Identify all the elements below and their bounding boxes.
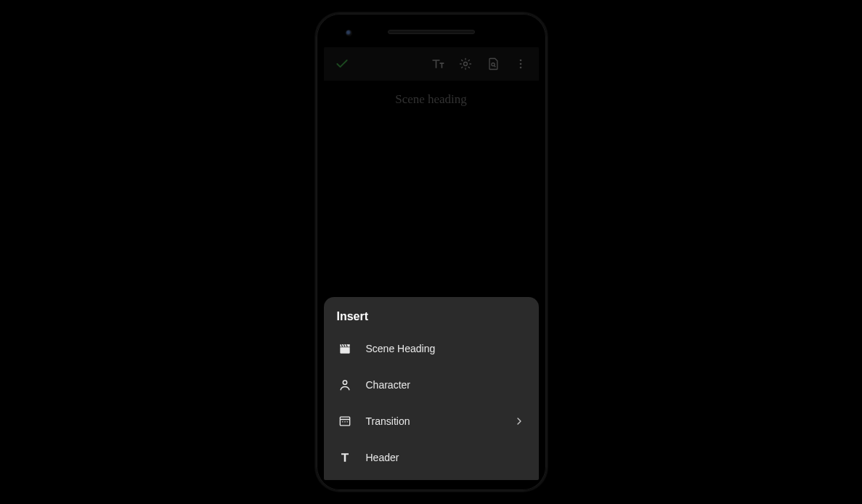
app-screen: Scene heading Insert Scene Heading xyxy=(324,47,539,480)
overflow-menu-button[interactable] xyxy=(507,50,534,78)
svg-line-10 xyxy=(494,66,495,68)
menu-item-label: Header xyxy=(366,452,526,463)
brightness-button[interactable] xyxy=(452,50,479,78)
document-title: Scene heading xyxy=(324,92,539,107)
svg-line-5 xyxy=(461,60,462,61)
svg-rect-15 xyxy=(340,417,349,426)
insert-header[interactable]: Header xyxy=(324,439,539,476)
sheet-title: Insert xyxy=(324,310,539,330)
svg-point-12 xyxy=(519,63,521,65)
insert-scene-heading[interactable]: Scene Heading xyxy=(324,330,539,367)
confirm-button[interactable] xyxy=(328,50,356,78)
header-t-icon xyxy=(337,450,353,466)
insert-character[interactable]: Character xyxy=(324,367,539,403)
text-style-button[interactable] xyxy=(424,50,452,78)
svg-line-7 xyxy=(461,67,462,68)
svg-point-0 xyxy=(463,62,467,66)
stage: Scene heading Insert Scene Heading xyxy=(0,0,862,504)
svg-point-13 xyxy=(519,67,521,69)
svg-line-8 xyxy=(468,60,469,61)
transition-icon xyxy=(337,413,353,429)
chevron-right-icon xyxy=(513,415,526,428)
app-toolbar xyxy=(324,47,539,81)
svg-line-6 xyxy=(468,67,469,68)
menu-item-label: Character xyxy=(366,379,526,391)
menu-item-label: Transition xyxy=(366,415,513,427)
camera-icon xyxy=(346,30,352,36)
insert-bottom-sheet: Insert Scene Heading xyxy=(324,297,539,480)
svg-point-14 xyxy=(343,381,346,384)
text-tt-icon xyxy=(431,57,445,71)
phone-frame: Scene heading Insert Scene Heading xyxy=(315,12,548,492)
menu-item-label: Scene Heading xyxy=(366,343,526,354)
clapperboard-icon xyxy=(337,341,353,357)
more-vert-icon xyxy=(513,57,528,71)
svg-point-11 xyxy=(519,60,521,62)
lightbulb-icon xyxy=(458,57,473,71)
person-icon xyxy=(337,377,353,393)
svg-point-9 xyxy=(491,63,494,66)
insert-transition[interactable]: Transition xyxy=(324,403,539,439)
speaker-grill xyxy=(388,30,475,34)
checkmark-icon xyxy=(335,57,349,71)
find-in-page-icon xyxy=(486,57,500,71)
find-in-page-button[interactable] xyxy=(479,50,507,78)
